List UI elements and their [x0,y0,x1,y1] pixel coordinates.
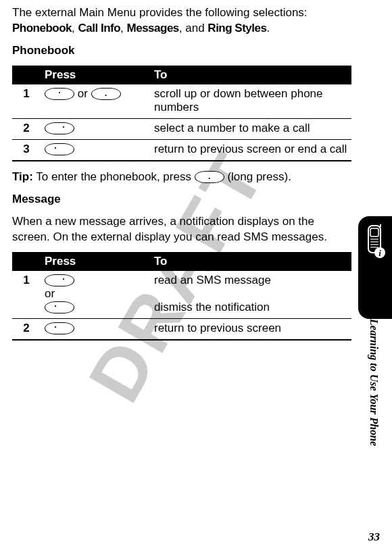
menu-item-messages: Messages [127,22,179,34]
row-press: · [41,318,150,340]
page-number: 33 [368,530,380,544]
right-softkey-icon: · [45,274,74,286]
page-content: The external Main Menu provides the foll… [0,0,392,341]
row-num: 3 [12,139,41,161]
row-num: 1 [12,271,41,319]
down-key-icon: · [91,88,121,100]
side-chapter-title: Learning to Use Your Phone [368,319,380,446]
phonebook-table: Press To 1 · or · scroll up or down betw… [12,66,351,161]
col-to: To [150,66,351,84]
row-to: scroll up or down between phone numbers [150,84,351,119]
phonebook-heading: Phonebook [12,43,351,59]
tip-label: Tip: [12,170,33,183]
col-num [12,66,41,84]
row-press: · [41,118,150,139]
col-to: To [150,252,351,271]
col-press: Press [41,252,150,271]
intro-pre: The external Main Menu provides the foll… [12,6,308,19]
row-num: 2 [12,118,41,139]
left-softkey-icon: · [45,322,74,334]
svg-text:i: i [378,248,381,258]
up-key-icon: · [45,88,74,100]
row-to: return to previous screen or end a call [150,139,351,161]
table-row: 2 · return to previous screen [12,318,351,340]
menu-item-callinfo: Call Info [78,22,121,34]
table-row: 3 · return to previous screen or end a c… [12,139,351,161]
down-key-icon: · [195,171,224,183]
row-to: select a number to make a call [150,118,351,139]
col-press: Press [41,66,150,84]
tip-paragraph: Tip: To enter the phonebook, press · (lo… [12,170,351,185]
message-heading: Message [12,192,351,207]
left-softkey-icon: · [45,143,74,155]
row-num: 2 [12,318,41,340]
table-row: 2 · select a number to make a call [12,118,351,139]
svg-rect-1 [370,228,378,236]
row-to: return to previous screen [150,318,351,340]
left-softkey-icon: · [45,301,74,313]
message-table: Press To 1 · or · read an SMS message di… [12,252,351,341]
phone-info-icon: i [364,224,387,259]
or-text: or [45,287,55,300]
row-press: · or · [41,84,150,119]
row-num: 1 [12,84,41,119]
col-num [12,252,41,271]
intro-paragraph: The external Main Menu provides the foll… [12,5,351,36]
row-to: read an SMS message dismiss the notifica… [150,271,351,319]
right-softkey-icon: · [45,122,74,134]
side-tab: i [358,216,392,319]
table-row: 1 · or · scroll up or down between phone… [12,84,351,119]
message-paragraph: When a new message arrives, a notificati… [12,214,351,245]
menu-item-phonebook: Phonebook [12,22,72,34]
table-row: 1 · or · read an SMS message dismiss the… [12,271,351,319]
row-press: · or · [41,271,150,319]
row-press: · [41,139,150,161]
menu-item-ringstyles: Ring Styles [207,22,266,34]
